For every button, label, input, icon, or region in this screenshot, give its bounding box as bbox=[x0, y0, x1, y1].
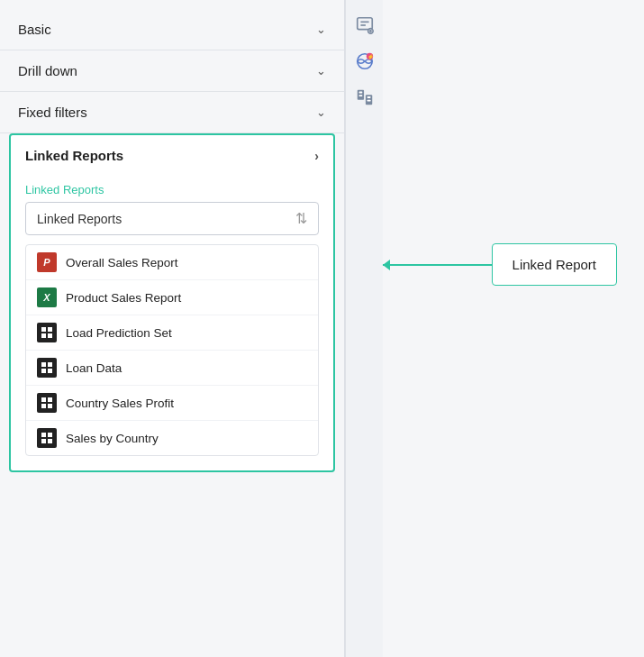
accordion-label-fixed-filters: Fixed filters bbox=[18, 105, 87, 120]
svg-rect-7 bbox=[48, 369, 52, 373]
svg-rect-9 bbox=[48, 397, 52, 402]
list-item[interactable]: Loan Data bbox=[26, 351, 318, 386]
accordion-item-basic: Basic ⌄ bbox=[0, 9, 344, 50]
svg-rect-26 bbox=[358, 92, 362, 94]
list-item[interactable]: P Overall Sales Report bbox=[26, 245, 318, 280]
data-icon bbox=[37, 393, 57, 413]
svg-rect-13 bbox=[48, 433, 52, 437]
svg-rect-27 bbox=[358, 95, 362, 96]
dropdown-value: Linked Reports bbox=[37, 212, 122, 226]
data-icon bbox=[37, 428, 57, 448]
accordion-label-drilldown: Drill down bbox=[18, 63, 77, 78]
chevron-down-icon: ⌄ bbox=[316, 64, 326, 78]
left-panel: Basic ⌄ Drill down ⌄ Fixed filters ⌄ Lin… bbox=[0, 0, 345, 657]
svg-rect-0 bbox=[41, 327, 46, 332]
chevron-down-icon: ⌄ bbox=[316, 105, 326, 119]
svg-rect-5 bbox=[48, 362, 52, 367]
linked-reports-header[interactable]: Linked Reports › bbox=[11, 135, 333, 176]
report-name: Country Sales Profit bbox=[66, 397, 174, 410]
data-icon bbox=[37, 323, 57, 342]
svg-rect-30 bbox=[367, 100, 370, 102]
report-settings-button[interactable] bbox=[349, 9, 381, 41]
svg-rect-4 bbox=[41, 362, 46, 367]
accordion-item-fixed-filters: Fixed filters ⌄ bbox=[0, 92, 344, 133]
linked-reports-section: Linked Reports › Linked Reports Linked R… bbox=[9, 133, 335, 472]
svg-rect-2 bbox=[41, 333, 46, 338]
svg-rect-6 bbox=[41, 369, 46, 373]
linked-report-tooltip: Linked Report bbox=[492, 243, 617, 286]
linked-reports-field-label: Linked Reports bbox=[25, 183, 319, 196]
svg-rect-15 bbox=[48, 439, 52, 443]
accordion-header-fixed-filters[interactable]: Fixed filters ⌄ bbox=[0, 92, 344, 132]
report-name: Product Sales Report bbox=[66, 291, 181, 305]
data-icon bbox=[37, 358, 57, 378]
linked-reports-body: Linked Reports Linked Reports ⇅ P Overal… bbox=[11, 176, 333, 470]
list-item[interactable]: X Product Sales Report bbox=[26, 280, 318, 315]
linked-reports-dropdown[interactable]: Linked Reports ⇅ bbox=[25, 202, 319, 235]
report-name: Loan Data bbox=[66, 361, 122, 375]
params-button[interactable] bbox=[349, 81, 381, 114]
svg-rect-10 bbox=[41, 404, 46, 408]
accordion-header-basic[interactable]: Basic ⌄ bbox=[0, 9, 344, 50]
linked-reports-title: Linked Reports bbox=[25, 148, 123, 163]
data-source-button[interactable]: ⚡ bbox=[349, 45, 381, 78]
svg-rect-12 bbox=[41, 433, 46, 437]
accordion-header-drilldown[interactable]: Drill down ⌄ bbox=[0, 50, 344, 91]
powerpoint-icon: P bbox=[37, 252, 57, 272]
accordion-item-drilldown: Drill down ⌄ bbox=[0, 50, 344, 92]
svg-rect-11 bbox=[48, 404, 52, 408]
svg-rect-16 bbox=[357, 18, 372, 30]
arrow-line bbox=[383, 264, 492, 266]
report-list: P Overall Sales Report X Product Sales R… bbox=[25, 244, 319, 456]
svg-rect-29 bbox=[367, 96, 370, 98]
chevron-down-icon: ⌄ bbox=[316, 23, 326, 36]
svg-rect-14 bbox=[41, 439, 46, 443]
svg-rect-8 bbox=[41, 397, 46, 402]
svg-rect-3 bbox=[48, 333, 52, 338]
list-item[interactable]: Country Sales Profit bbox=[26, 386, 318, 421]
right-sidebar: ⚡ bbox=[345, 0, 383, 657]
report-name: Load Prediction Set bbox=[66, 326, 172, 340]
svg-rect-1 bbox=[48, 327, 52, 332]
list-item[interactable]: Load Prediction Set bbox=[26, 315, 318, 351]
excel-icon: X bbox=[37, 287, 57, 307]
tooltip-label: Linked Report bbox=[512, 257, 596, 272]
svg-text:⚡: ⚡ bbox=[367, 53, 374, 60]
content-area: Linked Report bbox=[383, 0, 644, 657]
spinner-icon: ⇅ bbox=[295, 210, 307, 227]
report-name: Sales by Country bbox=[66, 432, 159, 445]
list-item[interactable]: Sales by Country bbox=[26, 421, 318, 455]
accordion-label-basic: Basic bbox=[18, 22, 51, 37]
chevron-right-icon: › bbox=[314, 149, 319, 163]
arrow-tooltip-container: Linked Report bbox=[383, 243, 644, 286]
report-name: Overall Sales Report bbox=[66, 256, 178, 269]
